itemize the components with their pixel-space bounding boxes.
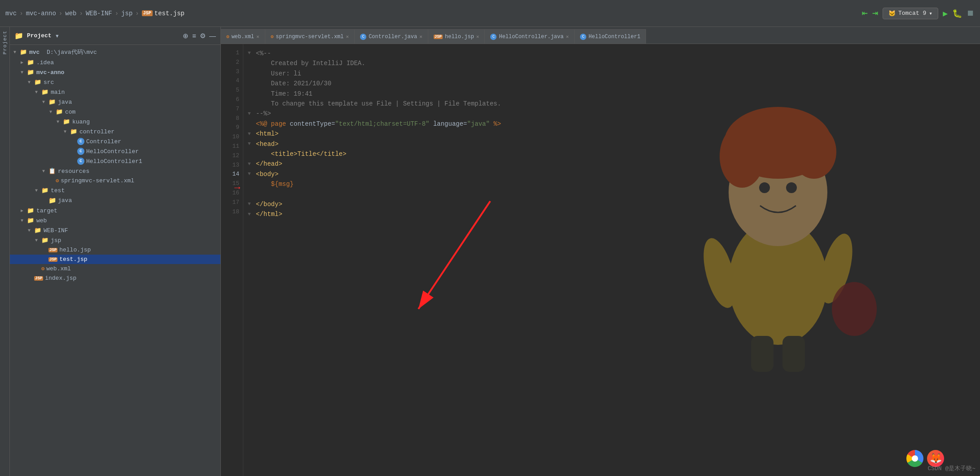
fold-10[interactable]: ▼ xyxy=(248,140,254,148)
tree-item-web[interactable]: ▼ 📁 web xyxy=(10,216,220,225)
folder-icon-kuang: 📁 xyxy=(63,118,70,125)
folder-icon-java: 📁 xyxy=(48,98,56,106)
tree-item-webxml-webinf[interactable]: ⚙ web.xml xyxy=(10,264,220,273)
code-line-9: ▼ <html> xyxy=(248,129,980,139)
tree-item-java[interactable]: ▼ 📁 java xyxy=(10,97,220,107)
tree-item-HelloController1[interactable]: C HelloController1 xyxy=(10,156,220,166)
code-token-1: <%-- xyxy=(256,48,271,58)
tab-hellocontroller[interactable]: C HelloController.java ✕ xyxy=(485,29,575,44)
folder-icon-idea: 📁 xyxy=(27,59,34,66)
fold-16[interactable]: ▼ xyxy=(248,200,254,208)
code-token-7: --%> xyxy=(256,109,271,119)
sidebar-header: 📁 Project ▾ ⊕ ≡ ⚙ — xyxy=(10,27,220,45)
tree-label-Controller: Controller xyxy=(86,138,121,145)
sidebar-title: Project xyxy=(27,32,52,39)
stop-button[interactable]: ⏹ xyxy=(967,9,975,18)
fold-12[interactable]: ▼ xyxy=(248,160,254,168)
code-line-5: Time: 19:41 xyxy=(248,89,980,99)
editor-area: ⚙ web.xml ✕ ⚙ springmvc-servlet.xml ✕ C … xyxy=(221,27,980,476)
line-num-8: 8 xyxy=(224,114,239,123)
line-num-9: 9 xyxy=(224,123,239,132)
tree-item-test-jsp[interactable]: JSP test.jsp xyxy=(10,255,220,264)
tree-item-Controller[interactable]: C Controller xyxy=(10,137,220,146)
tree-item-hello-jsp[interactable]: JSP hello.jsp xyxy=(10,245,220,255)
fold-15 xyxy=(248,190,254,198)
tree-label-java: java xyxy=(58,99,72,106)
fold-11 xyxy=(248,150,254,158)
tab-close-springmvc[interactable]: ✕ xyxy=(346,34,349,40)
breadcrumb-file: JSP test.jsp xyxy=(142,10,185,17)
tab-close-hellocontroller[interactable]: ✕ xyxy=(566,34,569,40)
project-strip-label[interactable]: Project xyxy=(2,31,8,54)
tab-close-webxml[interactable]: ✕ xyxy=(256,34,259,40)
nav-back-btn[interactable]: ⇤ xyxy=(861,7,867,19)
breadcrumb-jsp[interactable]: jsp xyxy=(121,10,132,17)
tree-item-HelloController[interactable]: C HelloController xyxy=(10,146,220,156)
code-editor[interactable]: ▼ <%-- Created by IntelliJ IDEA. User: l… xyxy=(243,44,980,476)
tree-label-hello-jsp: hello.jsp xyxy=(59,247,91,253)
fold-17[interactable]: ▼ xyxy=(248,211,254,219)
top-right-controls: ⇤ ⇥ 🐱 Tomcat 9 ▾ ▶ 🐛 ⏹ xyxy=(861,7,975,19)
tree-item-webinf[interactable]: ▼ 📁 WEB-INF xyxy=(10,225,220,235)
tree-item-index-jsp[interactable]: JSP index.jsp xyxy=(10,273,220,283)
tree-item-resources[interactable]: ▼ 📋 resources xyxy=(10,166,220,176)
breadcrumb-mvc[interactable]: mvc xyxy=(5,10,17,17)
tree-item-main[interactable]: ▼ 📁 main xyxy=(10,87,220,97)
fold-1[interactable]: ▼ xyxy=(248,49,254,57)
run-button[interactable]: ▶ xyxy=(943,9,948,18)
fold-7[interactable]: ▼ xyxy=(248,110,254,118)
tree-label-idea: .idea xyxy=(36,59,54,66)
breadcrumb-webinf[interactable]: WEB-INF xyxy=(86,10,112,17)
tree-item-mvc-anno[interactable]: ▼ 📁 mvc-anno xyxy=(10,67,220,77)
fold-9[interactable]: ▼ xyxy=(248,130,254,138)
tree-item-test-java[interactable]: 📁 java xyxy=(10,195,220,206)
nav-fwd-btn[interactable]: ⇥ xyxy=(872,7,878,19)
tree-label-target: target xyxy=(36,207,57,214)
tree-item-target[interactable]: ▶ 📁 target xyxy=(10,206,220,216)
fold-13[interactable]: ▼ xyxy=(248,170,254,178)
tree-item-src[interactable]: ▼ 📁 src xyxy=(10,77,220,87)
tree-label-index-jsp: index.jsp xyxy=(45,275,76,282)
tab-close-controller[interactable]: ✕ xyxy=(419,34,422,40)
fold-3 xyxy=(248,70,254,78)
tab-close-hello-jsp[interactable]: ✕ xyxy=(476,34,479,40)
tree-label-com: com xyxy=(65,109,75,115)
tab-label-springmvc: springmvc-servlet.xml xyxy=(276,34,343,40)
tree-label-HelloController1: HelloController1 xyxy=(86,158,142,165)
tree-label-kuang: kuang xyxy=(72,119,90,125)
tree-item-idea[interactable]: ▶ 📁 .idea xyxy=(10,57,220,67)
tree-item-controller[interactable]: ▼ 📁 controller xyxy=(10,127,220,137)
tab-webxml[interactable]: ⚙ web.xml ✕ xyxy=(221,29,265,44)
code-token-14a xyxy=(256,179,271,189)
breadcrumb-mvc-anno[interactable]: mvc-anno xyxy=(26,10,56,17)
tab-hellocontroller1[interactable]: C HelloController1 xyxy=(575,29,646,44)
sidebar-hide-btn[interactable]: — xyxy=(209,32,216,40)
tab-hello-jsp[interactable]: JSP hello.jsp ✕ xyxy=(428,29,485,44)
tab-label-hellocontroller: HelloController.java xyxy=(499,34,563,40)
jsp-icon-test: JSP xyxy=(48,257,57,262)
tab-springmvc[interactable]: ⚙ springmvc-servlet.xml ✕ xyxy=(265,29,355,44)
folder-icon-web: 📁 xyxy=(27,217,34,224)
tomcat-label: Tomcat 9 xyxy=(898,10,926,17)
tree-item-mvc[interactable]: ▼ 📁 mvc D:\java代码\mvc xyxy=(10,47,220,57)
folder-icon-jsp: 📁 xyxy=(41,237,48,244)
folder-icon-mvc: 📁 xyxy=(20,48,27,56)
sidebar-gear-btn[interactable]: ⚙ xyxy=(200,32,206,40)
tree-item-test[interactable]: ▼ 📁 test xyxy=(10,185,220,195)
fold-4 xyxy=(248,80,254,88)
tree-item-com[interactable]: ▼ 📁 com xyxy=(10,107,220,117)
tree-item-kuang[interactable]: ▼ 📁 kuang xyxy=(10,117,220,127)
breadcrumb-web[interactable]: web xyxy=(65,10,76,17)
debug-button[interactable]: 🐛 xyxy=(952,9,962,18)
tree-item-jsp-folder[interactable]: ▼ 📁 jsp xyxy=(10,235,220,245)
line-num-1: 1 xyxy=(224,48,239,58)
sidebar-add-btn[interactable]: ⊕ xyxy=(183,32,189,40)
folder-icon-test-java: 📁 xyxy=(48,197,56,204)
line-num-14: 14 xyxy=(224,170,239,179)
code-line-10: ▼ <head> xyxy=(248,139,980,149)
tree-item-springmvc-xml[interactable]: ⚙ springmvc-servlet.xml xyxy=(10,176,220,185)
tab-controller[interactable]: C Controller.java ✕ xyxy=(355,29,428,44)
code-line-17: ▼ </html> xyxy=(248,209,980,219)
sidebar-collapse-btn[interactable]: ≡ xyxy=(192,32,196,40)
tomcat-selector[interactable]: 🐱 Tomcat 9 ▾ xyxy=(883,8,938,19)
